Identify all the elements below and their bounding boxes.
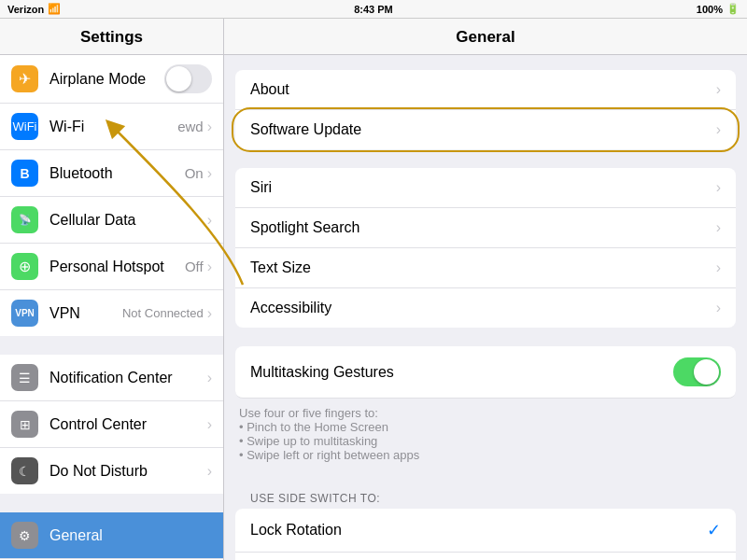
spotlight-label: Spotlight Search bbox=[250, 219, 716, 236]
bluetooth-chevron: › bbox=[207, 165, 212, 182]
content-title: General bbox=[224, 19, 747, 55]
vpn-chevron: › bbox=[207, 305, 212, 322]
row-text-size[interactable]: Text Size › bbox=[235, 248, 736, 288]
content-wrapper: General About › Software Update › Siri › bbox=[224, 19, 747, 560]
status-time: 8:43 PM bbox=[354, 4, 393, 15]
cellular-icon: 📡 bbox=[11, 206, 38, 233]
bluetooth-icon: B bbox=[11, 160, 38, 187]
row-about[interactable]: About › bbox=[235, 70, 736, 110]
airplane-icon: ✈ bbox=[11, 65, 38, 92]
sidebar-item-bluetooth[interactable]: B Bluetooth On › bbox=[0, 150, 223, 197]
row-spotlight[interactable]: Spotlight Search › bbox=[235, 208, 736, 248]
about-chevron: › bbox=[716, 81, 721, 98]
main-layout: Settings ✈ Airplane Mode WiFi Wi-Fi ewd … bbox=[0, 19, 747, 560]
row-accessibility[interactable]: Accessibility › bbox=[235, 288, 736, 328]
text-size-label: Text Size bbox=[250, 259, 716, 276]
siri-chevron: › bbox=[716, 179, 721, 196]
general-label: General bbox=[49, 527, 212, 544]
sidebar-item-airplane-mode[interactable]: ✈ Airplane Mode bbox=[0, 55, 223, 104]
control-center-label: Control Center bbox=[49, 416, 207, 433]
notification-chevron: › bbox=[207, 370, 212, 386]
bluetooth-value: On bbox=[185, 165, 204, 181]
vpn-icon: VPN bbox=[11, 300, 38, 327]
wifi-label: Wi-Fi bbox=[49, 119, 177, 135]
row-multitasking[interactable]: Multitasking Gestures bbox=[235, 346, 736, 399]
hotspot-icon: ⊕ bbox=[11, 253, 38, 280]
sidebar-item-control-center[interactable]: ⊞ Control Center › bbox=[0, 401, 223, 448]
row-lock-rotation[interactable]: Lock Rotation ✓ bbox=[235, 509, 736, 553]
sidebar-item-vpn[interactable]: VPN VPN Not Connected › bbox=[0, 290, 223, 336]
status-right: 100% 🔋 bbox=[697, 3, 740, 15]
hotspot-value: Off bbox=[185, 259, 204, 274]
dnd-chevron: › bbox=[207, 463, 212, 480]
sidebar: Settings ✈ Airplane Mode WiFi Wi-Fi ewd … bbox=[0, 19, 224, 560]
multitasking-description: Use four or five fingers to:• Pinch to t… bbox=[235, 399, 736, 466]
software-update-chevron: › bbox=[716, 121, 721, 138]
vpn-label: VPN bbox=[49, 305, 122, 322]
software-update-label: Software Update bbox=[250, 121, 716, 138]
siri-label: Siri bbox=[250, 179, 716, 196]
bluetooth-label: Bluetooth bbox=[49, 165, 185, 182]
lock-rotation-check: ✓ bbox=[707, 520, 721, 540]
sidebar-item-hotspot[interactable]: ⊕ Personal Hotspot Off › bbox=[0, 244, 223, 290]
dnd-label: Do Not Disturb bbox=[49, 463, 207, 480]
sidebar-group-1: ✈ Airplane Mode WiFi Wi-Fi ewd › B Bluet… bbox=[0, 55, 223, 336]
notification-label: Notification Center bbox=[49, 370, 207, 386]
sidebar-item-wifi[interactable]: WiFi Wi-Fi ewd › bbox=[0, 104, 223, 150]
status-left: Verizon 📶 bbox=[7, 3, 61, 15]
content-panel: General About › Software Update › Siri › bbox=[224, 19, 747, 560]
side-switch-title: USE SIDE SWITCH TO: bbox=[235, 484, 736, 509]
wifi-icon: 📶 bbox=[48, 3, 61, 15]
airplane-toggle[interactable] bbox=[164, 64, 212, 93]
lock-rotation-label: Lock Rotation bbox=[250, 522, 707, 539]
sidebar-item-notification[interactable]: ☰ Notification Center › bbox=[0, 355, 223, 401]
status-bar: Verizon 📶 8:43 PM 100% 🔋 bbox=[0, 0, 747, 19]
notification-icon: ☰ bbox=[11, 364, 38, 391]
sidebar-item-general[interactable]: ⚙ General bbox=[0, 512, 223, 559]
section-4: USE SIDE SWITCH TO: Lock Rotation ✓ Mute… bbox=[235, 484, 736, 560]
row-siri[interactable]: Siri › bbox=[235, 168, 736, 208]
sidebar-group-2: ☰ Notification Center › ⊞ Control Center… bbox=[0, 355, 223, 494]
hotspot-label: Personal Hotspot bbox=[49, 259, 185, 275]
sidebar-item-dnd[interactable]: ☾ Do Not Disturb › bbox=[0, 448, 223, 494]
battery-icon: 🔋 bbox=[726, 3, 740, 15]
control-center-chevron: › bbox=[207, 416, 212, 433]
row-mute[interactable]: Mute bbox=[235, 553, 736, 560]
accessibility-label: Accessibility bbox=[250, 300, 716, 316]
about-label: About bbox=[250, 81, 716, 98]
cellular-chevron: › bbox=[207, 212, 212, 229]
spotlight-chevron: › bbox=[716, 219, 721, 236]
vpn-value: Not Connected bbox=[122, 306, 204, 320]
sidebar-title: Settings bbox=[0, 19, 223, 55]
section-2: Siri › Spotlight Search › Text Size › Ac… bbox=[235, 168, 736, 328]
carrier-text: Verizon bbox=[7, 4, 44, 15]
control-center-icon: ⊞ bbox=[11, 411, 38, 438]
sidebar-group-3: ⚙ General 🔔 Sounds › 🌄 Wallpapers & Brig… bbox=[0, 512, 223, 560]
row-software-update[interactable]: Software Update › bbox=[235, 110, 736, 149]
multitasking-toggle[interactable] bbox=[673, 357, 721, 386]
wifi-icon-box: WiFi bbox=[11, 113, 38, 140]
section-1: About › Software Update › bbox=[235, 70, 736, 149]
multitasking-label: Multitasking Gestures bbox=[250, 364, 673, 381]
cellular-label: Cellular Data bbox=[49, 212, 207, 229]
sidebar-item-cellular[interactable]: 📡 Cellular Data › bbox=[0, 197, 223, 244]
text-size-chevron: › bbox=[716, 259, 721, 276]
wifi-chevron: › bbox=[207, 119, 212, 135]
general-icon: ⚙ bbox=[11, 522, 38, 549]
dnd-icon: ☾ bbox=[11, 457, 38, 484]
section-3: Multitasking Gestures Use four or five f… bbox=[235, 346, 736, 466]
accessibility-chevron: › bbox=[716, 300, 721, 316]
airplane-label: Airplane Mode bbox=[49, 71, 164, 88]
battery-text: 100% bbox=[697, 4, 723, 15]
hotspot-chevron: › bbox=[207, 259, 212, 275]
wifi-value: ewd bbox=[177, 119, 204, 134]
